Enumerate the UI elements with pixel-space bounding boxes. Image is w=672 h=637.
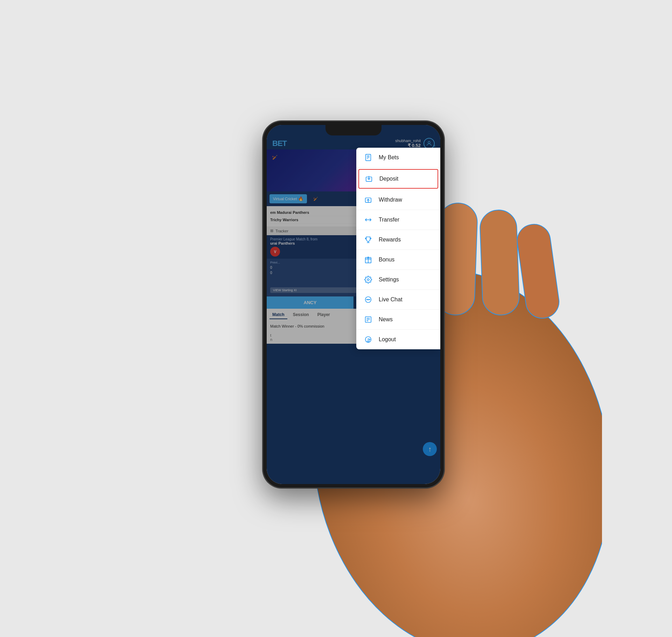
news-icon <box>363 315 373 324</box>
svg-point-22 <box>366 299 367 300</box>
phone-device: BET shubham_rohit ₹ 0.52 ≡ <box>262 121 444 488</box>
deposit-label: Deposit <box>379 176 398 182</box>
chat-icon <box>363 295 373 304</box>
menu-item-withdraw[interactable]: Withdraw <box>356 190 440 210</box>
bonus-label: Bonus <box>379 257 394 263</box>
rewards-label: Rewards <box>379 237 401 243</box>
gear-icon <box>363 275 373 285</box>
withdraw-label: Withdraw <box>379 197 402 203</box>
news-label: News <box>379 316 393 323</box>
menu-item-my-bets[interactable]: My Bets <box>356 148 440 168</box>
svg-point-24 <box>369 299 370 300</box>
menu-item-live-chat[interactable]: Live Chat <box>356 290 440 310</box>
menu-item-settings[interactable]: Settings <box>356 270 440 290</box>
menu-item-bonus[interactable]: Bonus <box>356 250 440 270</box>
withdraw-icon <box>363 195 373 205</box>
phone-notch <box>326 125 382 135</box>
menu-item-transfer[interactable]: Transfer <box>356 210 440 230</box>
gift-icon <box>363 255 373 265</box>
settings-label: Settings <box>379 276 399 283</box>
transfer-label: Transfer <box>379 217 399 223</box>
logout-label: Logout <box>379 336 396 343</box>
deposit-icon <box>364 174 374 184</box>
phone-frame: BET shubham_rohit ₹ 0.52 ≡ <box>262 121 444 488</box>
svg-point-23 <box>368 299 369 300</box>
svg-rect-7 <box>366 154 371 161</box>
svg-point-20 <box>367 279 369 281</box>
menu-item-deposit[interactable]: Deposit <box>358 169 438 189</box>
dropdown-menu: My Bets Deposit Withdraw <box>356 148 440 349</box>
logout-icon <box>363 335 373 344</box>
phone-screen: BET shubham_rohit ₹ 0.52 ≡ <box>267 125 440 484</box>
live-chat-label: Live Chat <box>379 296 402 303</box>
trophy-icon <box>363 235 373 245</box>
my-bets-label: My Bets <box>379 154 399 161</box>
svg-rect-4 <box>479 209 520 315</box>
menu-item-rewards[interactable]: Rewards <box>356 230 440 250</box>
app-content: BET shubham_rohit ₹ 0.52 ≡ <box>267 125 440 484</box>
transfer-icon <box>363 215 373 225</box>
document-icon <box>363 153 373 162</box>
menu-item-logout[interactable]: Logout <box>356 330 440 349</box>
menu-item-news[interactable]: News <box>356 310 440 330</box>
